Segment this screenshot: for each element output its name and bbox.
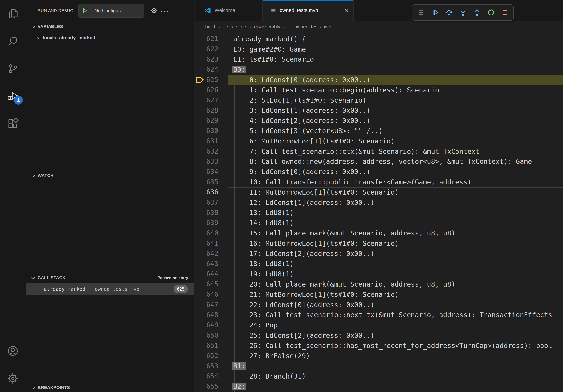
code-line-text[interactable]: 1: Call test_scenario::begin(address): S…: [228, 85, 563, 95]
line-number[interactable]: 642: [205, 248, 218, 259]
breakpoint-gutter[interactable]: [194, 187, 205, 197]
step-into-button[interactable]: [458, 7, 469, 18]
breakpoint-gutter[interactable]: [194, 116, 205, 126]
code-line-text[interactable]: 3: LdConst[1](address: 0x00..): [228, 105, 563, 116]
line-number[interactable]: 622: [205, 44, 218, 54]
breakpoint-gutter[interactable]: [194, 371, 205, 381]
breadcrumb-item-owned_tests.mvb[interactable]: ≡owned_tests.mvb: [288, 24, 332, 30]
code-line-text[interactable]: 16: MutBorrowLoc[1](ts#1#0: Scenario): [228, 238, 563, 248]
breakpoint-gutter[interactable]: [194, 75, 205, 85]
line-number[interactable]: 636: [205, 187, 218, 197]
code-line-text[interactable]: 4: LdConst[2](address: 0x00..): [228, 116, 563, 126]
breakpoint-gutter[interactable]: [194, 126, 205, 136]
breakpoint-gutter[interactable]: [194, 146, 205, 157]
line-number[interactable]: 638: [205, 208, 218, 218]
breakpoint-gutter[interactable]: [194, 157, 205, 167]
breakpoint-gutter[interactable]: [194, 269, 205, 279]
code-line-text[interactable]: B1:: [228, 361, 563, 371]
breadcrumb-item-build[interactable]: build: [205, 24, 215, 30]
line-number[interactable]: 647: [205, 300, 218, 310]
activity-bar-item-accounts[interactable]: [0, 337, 26, 365]
variables-scope-row[interactable]: locals: already_marked: [26, 32, 194, 43]
breakpoint-gutter[interactable]: [194, 289, 205, 300]
line-number[interactable]: 630: [205, 126, 218, 136]
line-number[interactable]: 635: [205, 177, 218, 187]
breadcrumb-item-disassembly[interactable]: disassembly: [254, 24, 280, 30]
activity-bar-item-source-control[interactable]: [0, 55, 26, 82]
breakpoint-gutter[interactable]: [194, 208, 205, 218]
code-line-text[interactable]: 5: LdConst[3](vector<u8>: "" /..): [228, 126, 563, 136]
line-number[interactable]: 631: [205, 136, 218, 146]
variables-section-header[interactable]: VARIABLES: [26, 21, 194, 32]
call-stack-section-header[interactable]: CALL STACK Paused on entry: [26, 272, 194, 283]
breakpoints-section-header[interactable]: BREAKPOINTS: [26, 382, 194, 392]
activity-bar-item-manage[interactable]: [0, 365, 26, 392]
breakpoint-gutter[interactable]: [194, 44, 205, 54]
breakpoint-gutter[interactable]: [194, 95, 205, 105]
line-number[interactable]: 632: [205, 146, 218, 157]
breakpoint-gutter[interactable]: [194, 320, 205, 330]
breakpoint-gutter[interactable]: [194, 218, 205, 228]
breakpoint-gutter[interactable]: [194, 238, 205, 248]
breakpoint-gutter[interactable]: [194, 177, 205, 187]
line-number[interactable]: 626: [205, 85, 218, 95]
breakpoint-gutter[interactable]: [194, 361, 205, 371]
code-line-text[interactable]: 17: LdConst[2](address: 0x00..): [228, 248, 563, 259]
breakpoint-gutter[interactable]: [194, 136, 205, 146]
code-line-text[interactable]: 21: MutBorrowLoc[1](ts#1#0: Scenario): [228, 289, 563, 300]
breakpoint-gutter[interactable]: [194, 105, 205, 116]
breakpoint-gutter[interactable]: [194, 248, 205, 259]
debug-settings-button[interactable]: [149, 5, 160, 16]
activity-bar-item-extensions[interactable]: [0, 110, 26, 137]
stop-button[interactable]: [499, 7, 511, 18]
line-number[interactable]: 650: [205, 330, 218, 340]
breakpoint-gutter[interactable]: [194, 300, 205, 310]
code-line-text[interactable]: 11: MutBorrowLoc[1](ts#1#0: Scenario): [228, 187, 563, 197]
line-number[interactable]: 655: [205, 381, 218, 392]
watch-section-header[interactable]: WATCH: [26, 170, 194, 181]
code-line-text[interactable]: 7: Call test_scenario::ctx(&mut Scenario…: [228, 146, 563, 157]
code-line-text[interactable]: 14: LdU8(1): [228, 218, 563, 228]
breakpoint-gutter[interactable]: [194, 85, 205, 95]
tab-owned-tests-mvb[interactable]: ≡owned_tests.mvb×: [263, 0, 354, 21]
code-line-text[interactable]: 19: LdU8(1): [228, 269, 563, 279]
code-line-text[interactable]: 27: BrFalse(29): [228, 351, 563, 361]
drag-handle-button[interactable]: [415, 7, 426, 18]
line-number[interactable]: 628: [205, 105, 218, 116]
code-line-text[interactable]: 25: LdConst[2](address: 0x00..): [228, 330, 563, 340]
breakpoint-gutter[interactable]: [194, 167, 205, 177]
line-number[interactable]: 629: [205, 116, 218, 126]
activity-bar-item-search[interactable]: [0, 27, 26, 55]
code-line-text[interactable]: 12: LdConst[1](address: 0x00..): [228, 197, 563, 208]
line-number[interactable]: 634: [205, 167, 218, 177]
code-line-text[interactable]: 13: LdU8(1): [228, 208, 563, 218]
breakpoint-gutter[interactable]: [194, 228, 205, 238]
line-number[interactable]: 646: [205, 289, 218, 300]
line-number[interactable]: 649: [205, 320, 218, 330]
step-out-button[interactable]: [472, 7, 483, 18]
call-stack-frame-row[interactable]: already_markedowned_tests.mvb625: [26, 283, 194, 295]
code-line-text[interactable]: 8: Call owned::new(address, address, vec…: [228, 157, 563, 167]
line-number[interactable]: 625: [205, 75, 218, 85]
code-line-text[interactable]: 18: LdU8(1): [228, 259, 563, 269]
activity-bar-item-run-and-debug[interactable]: 1: [0, 82, 26, 110]
line-number[interactable]: 637: [205, 197, 218, 208]
restart-button[interactable]: [486, 7, 497, 18]
breakpoint-gutter[interactable]: [194, 34, 205, 44]
line-number[interactable]: 623: [205, 54, 218, 65]
line-number[interactable]: 651: [205, 340, 218, 351]
line-number[interactable]: 621: [205, 34, 218, 44]
breadcrumb-item-tic_tac_toe[interactable]: tic_tac_toe: [223, 24, 246, 30]
line-number[interactable]: 644: [205, 269, 218, 279]
line-number[interactable]: 652: [205, 351, 218, 361]
step-over-button[interactable]: [443, 7, 455, 18]
activity-bar-item-explorer[interactable]: [0, 0, 26, 27]
code-line-text[interactable]: 10: Call transfer::public_transfer<Game>…: [228, 177, 563, 187]
start-debugging-button[interactable]: [78, 4, 91, 17]
more-actions-button[interactable]: ···: [160, 5, 171, 16]
code-line-text[interactable]: 20: Call place_mark(&mut Scenario, addre…: [228, 279, 563, 289]
code-line-text[interactable]: 9: LdConst[0](address: 0x00..): [228, 167, 563, 177]
close-icon[interactable]: ×: [344, 7, 348, 14]
breakpoint-gutter[interactable]: [194, 279, 205, 289]
line-number[interactable]: 624: [205, 64, 218, 75]
